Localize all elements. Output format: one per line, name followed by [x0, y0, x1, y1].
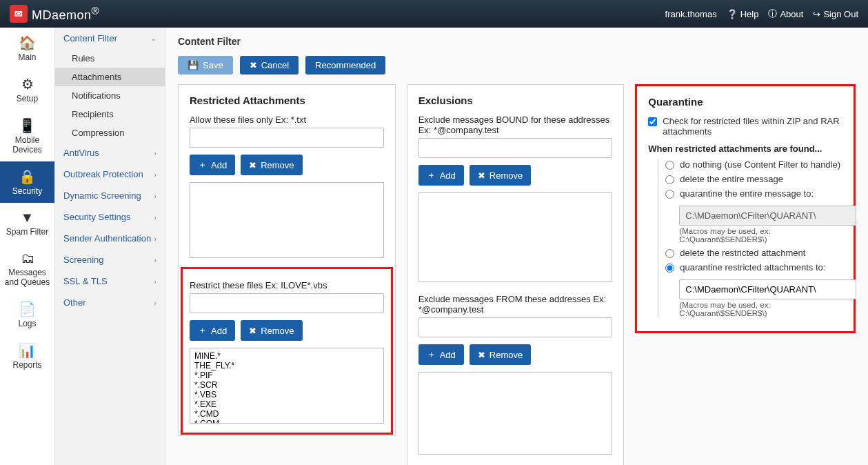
save-icon: 💾 — [188, 60, 199, 70]
subnav-item[interactable]: Compression — [55, 123, 165, 142]
exclusions-heading: Exclusions — [418, 95, 613, 106]
restrict-add-button[interactable]: ＋Add — [190, 320, 235, 341]
from-label: Exclude messages FROM these addresses Ex… — [418, 294, 613, 315]
allow-input[interactable] — [190, 128, 384, 148]
allow-add-button[interactable]: ＋Add — [190, 155, 235, 175]
restricted-panel: Restricted Attachments Allow these files… — [178, 84, 396, 436]
subnav-item[interactable]: Recipients — [55, 105, 165, 123]
q-msg-path — [679, 206, 856, 226]
spam-icon: ▼ — [3, 210, 52, 226]
quarantine-heading: Quarantine — [648, 96, 842, 108]
opt-delete-att-radio[interactable] — [665, 249, 674, 258]
q-att-hint: (Macros may be used, ex: C:\Quarant\$SEN… — [679, 301, 842, 317]
topbar: ✉ MDaemon® frank.thomas ❔Help ⓘAbout ↪Si… — [0, 0, 868, 28]
bound-input[interactable] — [418, 138, 613, 158]
restrict-input[interactable] — [190, 293, 384, 313]
cancel-button[interactable]: ✖ Cancel — [240, 56, 299, 75]
subnav-group[interactable]: Security Settings› — [55, 206, 165, 228]
signout-link[interactable]: ↪Sign Out — [813, 9, 858, 19]
q-att-path[interactable] — [679, 279, 856, 299]
chevron-down-icon: ⌄ — [150, 34, 157, 43]
subnav-group[interactable]: SSL & TLS› — [55, 270, 165, 292]
brand-suffix: ® — [92, 5, 100, 17]
zip-checkbox[interactable] — [648, 117, 657, 126]
plus-icon: ＋ — [427, 169, 436, 181]
opt-q-att-radio[interactable] — [665, 264, 674, 273]
help-link[interactable]: ❔Help — [727, 9, 759, 19]
allow-label: Allow these files only Ex: *.txt — [190, 115, 384, 125]
mainnav-main[interactable]: 🏠Main — [0, 28, 54, 69]
subnav-group[interactable]: Other› — [55, 292, 165, 313]
mainnav-mobile[interactable]: 📱Mobile Devices — [0, 110, 54, 161]
subnav-group[interactable]: Dynamic Screening› — [55, 185, 165, 206]
mainnav-logs[interactable]: 📄Logs — [0, 294, 54, 335]
from-add-button[interactable]: ＋Add — [418, 344, 464, 365]
x-icon: ✖ — [249, 326, 256, 336]
chevron-right-icon: › — [154, 235, 157, 243]
mainnav-reports[interactable]: 📊Reports — [0, 335, 54, 377]
bound-list[interactable] — [418, 192, 613, 282]
toolbar: 💾 Save ✖ Cancel Recommended — [165, 56, 868, 84]
subnav-group[interactable]: Outbreak Protection› — [55, 164, 165, 185]
opt-nothing-radio[interactable] — [665, 161, 674, 170]
subnav-item[interactable]: Notifications — [55, 86, 165, 105]
page-title: Content Filter — [165, 28, 868, 56]
security-icon: 🔒 — [3, 168, 52, 185]
x-icon: ✖ — [249, 160, 256, 170]
opt-delete-att-label: delete the restricted attachment — [680, 248, 805, 258]
subnav-item[interactable]: Attachments — [55, 68, 165, 86]
about-link[interactable]: ⓘAbout — [768, 8, 803, 20]
restrict-section: Restrict these files Ex: ILOVE*.vbs ＋Add… — [181, 267, 393, 435]
save-button[interactable]: 💾 Save — [178, 56, 233, 75]
restrict-list[interactable] — [190, 348, 384, 424]
chevron-right-icon: › — [154, 256, 157, 264]
cancel-icon: ✖ — [250, 60, 257, 70]
opt-delete-msg-radio[interactable] — [665, 175, 674, 184]
exclusions-panel: Exclusions Exclude messages BOUND for th… — [407, 84, 625, 465]
subnav-group[interactable]: Screening› — [55, 249, 165, 270]
opt-q-msg-radio[interactable] — [665, 190, 674, 199]
help-icon: ❔ — [727, 9, 738, 19]
chevron-right-icon: › — [154, 213, 157, 221]
allow-remove-button[interactable]: ✖Remove — [241, 155, 302, 175]
bound-label: Exclude messages BOUND for these address… — [418, 115, 613, 135]
opt-q-msg-label: quarantine the entire message to: — [680, 188, 814, 199]
mainnav-security[interactable]: 🔒Security — [0, 161, 54, 203]
subnav-content-filter[interactable]: Content Filter ⌄ — [55, 28, 165, 49]
bound-add-button[interactable]: ＋Add — [418, 165, 464, 186]
x-icon: ✖ — [478, 170, 485, 181]
quarantine-panel: Quarantine Check for restricted files wi… — [635, 84, 856, 333]
chevron-right-icon: › — [154, 149, 157, 157]
mq-icon: 🗂 — [3, 250, 52, 266]
main-icon: 🏠 — [3, 34, 52, 51]
bound-remove-button[interactable]: ✖Remove — [470, 165, 531, 186]
x-icon: ✖ — [478, 350, 485, 360]
from-remove-button[interactable]: ✖Remove — [470, 344, 531, 365]
subnav-group[interactable]: Sender Authentication› — [55, 228, 165, 249]
chevron-right-icon: › — [154, 192, 157, 200]
mainnav-spam[interactable]: ▼Spam Filter — [0, 203, 54, 244]
mainnav-setup[interactable]: ⚙Setup — [0, 69, 54, 110]
plus-icon: ＋ — [427, 348, 436, 361]
sub-nav: Content Filter ⌄ RulesAttachmentsNotific… — [55, 28, 165, 465]
opt-q-att-label: quarantine restricted attachments to: — [680, 262, 825, 273]
recommended-button[interactable]: Recommended — [305, 56, 385, 75]
info-icon: ⓘ — [768, 8, 777, 20]
restrict-remove-button[interactable]: ✖Remove — [241, 320, 302, 341]
q-msg-hint: (Macros may be used, ex: C:\Quarant\$SEN… — [679, 227, 842, 244]
opt-nothing-label: do nothing (use Content Filter to handle… — [680, 159, 840, 170]
plus-icon: ＋ — [198, 324, 207, 337]
subnav-item[interactable]: Rules — [55, 49, 165, 68]
mainnav-mq[interactable]: 🗂Messages and Queues — [0, 244, 54, 294]
from-list[interactable] — [418, 372, 613, 455]
chevron-right-icon: › — [154, 299, 157, 307]
brand-icon: ✉ — [10, 5, 28, 23]
chevron-right-icon: › — [154, 170, 157, 179]
from-input[interactable] — [418, 317, 613, 337]
current-user: frank.thomas — [665, 9, 717, 19]
mobile-icon: 📱 — [3, 117, 52, 134]
subnav-group[interactable]: AntiVirus› — [55, 142, 165, 164]
chevron-right-icon: › — [154, 277, 157, 286]
allow-list[interactable] — [190, 182, 384, 258]
brand-text: MDaemon — [32, 8, 92, 22]
